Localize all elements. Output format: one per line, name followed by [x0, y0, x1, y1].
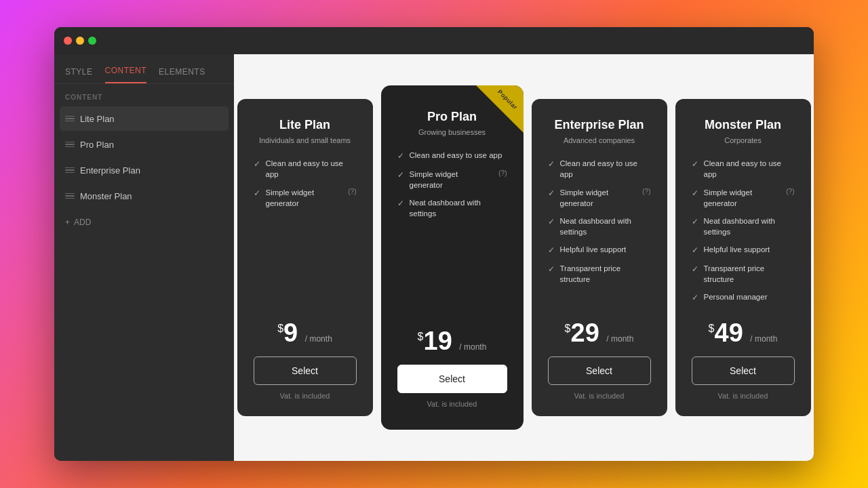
plan-card-lite: Lite Plan Individuals and small teams ✓ … — [237, 99, 373, 415]
sidebar-item-label-monster: Monster Plan — [80, 191, 195, 201]
delete-enterprise-button[interactable]: 🗑 — [211, 164, 223, 176]
copy-monster-button[interactable]: ⧉ — [195, 190, 207, 202]
plan-card-pro: Popular Pro Plan Growing businesses ✓ Cl… — [381, 85, 524, 429]
feature-item: ✓ Clean and easy to use app — [548, 158, 651, 180]
feature-text: Clean and easy to use app — [266, 158, 357, 180]
feature-item: ✓ Neat dashboard with settings — [397, 197, 507, 219]
check-icon: ✓ — [692, 188, 698, 199]
feature-item: ✓ Simple widget generator (?) — [254, 187, 357, 209]
check-icon: ✓ — [692, 245, 698, 256]
tab-content[interactable]: CONTENT — [105, 66, 147, 83]
check-icon: ✓ — [397, 198, 404, 209]
minimize-button[interactable] — [76, 37, 84, 45]
delete-monster-button[interactable]: 🗑 — [211, 190, 223, 202]
feature-text: Clean and easy to use app — [704, 158, 795, 180]
drag-handle-pro — [65, 140, 75, 149]
popular-corner: Popular — [476, 85, 524, 133]
maximize-button[interactable] — [88, 37, 96, 45]
check-icon: ✓ — [548, 245, 555, 256]
price-period-pro: / month — [459, 342, 486, 352]
feature-text: Simple widget generator — [266, 187, 342, 209]
feature-item: ✓ Helpful live support — [548, 244, 651, 256]
plan-subtitle-lite: Individuals and small teams — [254, 136, 357, 144]
check-icon: ✓ — [254, 159, 260, 170]
delete-lite-button[interactable]: 🗑 — [211, 113, 223, 125]
currency-pro: $ — [418, 331, 424, 342]
check-icon: ✓ — [254, 188, 260, 199]
popular-badge: Popular — [496, 89, 519, 111]
features-enterprise: ✓ Clean and easy to use app ✓ Simple wid… — [548, 158, 651, 303]
drag-handle-monster — [65, 191, 75, 201]
feature-item: ✓ Neat dashboard with settings — [692, 216, 795, 237]
vat-enterprise: Vat. is included — [548, 392, 651, 400]
check-icon: ✓ — [397, 150, 404, 162]
check-icon: ✓ — [692, 159, 698, 170]
check-icon: ✓ — [548, 188, 555, 199]
copy-enterprise-button[interactable]: ⧉ — [195, 164, 207, 176]
delete-pro-button[interactable]: 🗑 — [211, 138, 223, 150]
sidebar-item-label-enterprise: Enterprise Plan — [80, 165, 195, 176]
feature-item: ✓ Clean and easy to use app — [692, 158, 795, 180]
feature-text: Simple widget generator — [704, 187, 780, 209]
price-section-lite: $9 / month — [254, 320, 357, 346]
price-period-enterprise: / month — [606, 334, 633, 344]
main-content: Lite Plan Individuals and small teams ✓ … — [234, 54, 814, 461]
vat-pro: Vat. is included — [397, 400, 507, 408]
section-label: CONTENT — [54, 84, 234, 106]
feature-text: Personal manager — [704, 291, 768, 302]
sidebar-item-lite[interactable]: Lite Plan ⧉ 🗑 — [60, 106, 229, 131]
price-section-monster: $49 / month — [692, 320, 795, 346]
sidebar-item-monster[interactable]: Monster Plan ⧉ 🗑 — [60, 184, 229, 208]
sidebar-item-pro[interactable]: Pro Plan ⧉ 🗑 — [60, 132, 229, 157]
sidebar-item-label-pro: Pro Plan — [80, 140, 195, 150]
currency-enterprise: $ — [565, 323, 571, 334]
info-icon: (?) — [348, 187, 356, 197]
select-enterprise-button[interactable]: Select — [548, 357, 651, 385]
price-amount-monster: $49 — [709, 319, 751, 347]
info-icon: (?) — [498, 169, 507, 178]
feature-item: ✓ Clean and easy to use app — [254, 158, 357, 180]
feature-text: Neat dashboard with settings — [560, 216, 651, 237]
feature-text: Helpful live support — [560, 244, 627, 255]
sidebar-items-list: Lite Plan ⧉ 🗑 Pro Plan ⧉ 🗑 — [54, 106, 234, 208]
window-body: STYLE CONTENT ELEMENTS CONTENT Lite Plan… — [54, 54, 814, 461]
tab-style[interactable]: STYLE — [65, 67, 93, 83]
feature-text: Transparent price structure — [560, 263, 651, 285]
check-icon: ✓ — [548, 264, 555, 275]
feature-text: Neat dashboard with settings — [410, 197, 507, 219]
copy-lite-button[interactable]: ⧉ — [195, 113, 207, 125]
vat-lite: Vat. is included — [254, 392, 357, 400]
add-plan-button[interactable]: + ADD — [54, 211, 234, 234]
features-pro: ✓ Clean and easy to use app ✓ Simple wid… — [397, 150, 507, 311]
price-amount-pro: $19 — [418, 327, 460, 355]
check-icon: ✓ — [692, 264, 698, 275]
drag-handle-enterprise — [65, 165, 75, 175]
feature-item: ✓ Transparent price structure — [692, 263, 795, 285]
info-icon: (?) — [786, 187, 794, 197]
tab-elements[interactable]: ELEMENTS — [159, 67, 205, 83]
feature-item: ✓ Simple widget generator (?) — [692, 187, 795, 209]
sidebar-tabs: STYLE CONTENT ELEMENTS — [54, 54, 234, 84]
feature-item: ✓ Clean and easy to use app — [397, 150, 507, 162]
select-lite-button[interactable]: Select — [254, 357, 357, 385]
feature-item: ✓ Simple widget generator (?) — [548, 187, 651, 209]
plan-card-monster: Monster Plan Corporates ✓ Clean and easy… — [675, 99, 811, 415]
feature-text: Clean and easy to use app — [560, 158, 651, 180]
feature-item: ✓ Personal manager — [692, 291, 795, 304]
feature-text: Neat dashboard with settings — [704, 216, 795, 237]
feature-text: Helpful live support — [704, 244, 770, 255]
select-pro-button[interactable]: Select — [397, 365, 507, 393]
select-monster-button[interactable]: Select — [692, 357, 795, 385]
close-button[interactable] — [64, 37, 72, 45]
drag-handle-lite — [65, 114, 75, 123]
features-lite: ✓ Clean and easy to use app ✓ Simple wid… — [254, 158, 357, 303]
info-icon: (?) — [642, 187, 650, 197]
copy-pro-button[interactable]: ⧉ — [195, 138, 207, 150]
currency-monster: $ — [709, 323, 715, 334]
sidebar: STYLE CONTENT ELEMENTS CONTENT Lite Plan… — [54, 54, 234, 461]
price-period-monster: / month — [750, 334, 777, 344]
sidebar-item-enterprise[interactable]: Enterprise Plan ⧉ 🗑 — [60, 158, 229, 182]
check-icon: ✓ — [692, 292, 698, 304]
feature-text: Transparent price structure — [704, 263, 795, 285]
price-amount-enterprise: $29 — [565, 319, 607, 347]
